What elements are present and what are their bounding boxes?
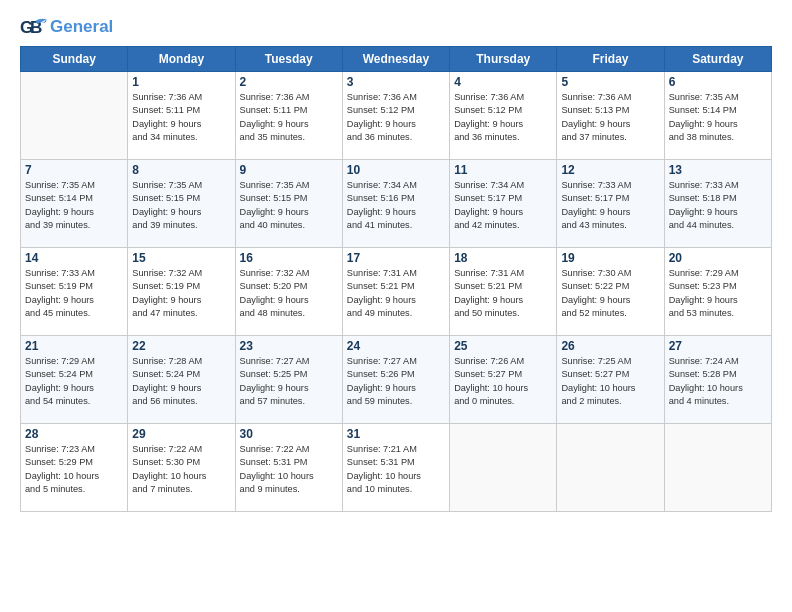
day-number: 22 <box>132 339 230 353</box>
calendar-day-cell: 20Sunrise: 7:29 AM Sunset: 5:23 PM Dayli… <box>664 248 771 336</box>
day-info: Sunrise: 7:31 AM Sunset: 5:21 PM Dayligh… <box>347 267 445 320</box>
day-info: Sunrise: 7:36 AM Sunset: 5:11 PM Dayligh… <box>240 91 338 144</box>
day-info: Sunrise: 7:24 AM Sunset: 5:28 PM Dayligh… <box>669 355 767 408</box>
calendar-week: 14Sunrise: 7:33 AM Sunset: 5:19 PM Dayli… <box>21 248 772 336</box>
weekday-header: Saturday <box>664 47 771 72</box>
day-number: 5 <box>561 75 659 89</box>
weekday-header: Wednesday <box>342 47 449 72</box>
day-number: 12 <box>561 163 659 177</box>
day-number: 24 <box>347 339 445 353</box>
day-info: Sunrise: 7:23 AM Sunset: 5:29 PM Dayligh… <box>25 443 123 496</box>
day-number: 23 <box>240 339 338 353</box>
calendar-day-cell: 21Sunrise: 7:29 AM Sunset: 5:24 PM Dayli… <box>21 336 128 424</box>
day-number: 25 <box>454 339 552 353</box>
day-number: 29 <box>132 427 230 441</box>
calendar-day-cell: 17Sunrise: 7:31 AM Sunset: 5:21 PM Dayli… <box>342 248 449 336</box>
calendar-day-cell: 12Sunrise: 7:33 AM Sunset: 5:17 PM Dayli… <box>557 160 664 248</box>
calendar-day-cell: 30Sunrise: 7:22 AM Sunset: 5:31 PM Dayli… <box>235 424 342 512</box>
day-info: Sunrise: 7:22 AM Sunset: 5:31 PM Dayligh… <box>240 443 338 496</box>
calendar-day-cell: 2Sunrise: 7:36 AM Sunset: 5:11 PM Daylig… <box>235 72 342 160</box>
day-number: 2 <box>240 75 338 89</box>
calendar-day-cell: 22Sunrise: 7:28 AM Sunset: 5:24 PM Dayli… <box>128 336 235 424</box>
calendar-day-cell: 3Sunrise: 7:36 AM Sunset: 5:12 PM Daylig… <box>342 72 449 160</box>
day-info: Sunrise: 7:32 AM Sunset: 5:19 PM Dayligh… <box>132 267 230 320</box>
day-number: 30 <box>240 427 338 441</box>
calendar-body: 1Sunrise: 7:36 AM Sunset: 5:11 PM Daylig… <box>21 72 772 512</box>
logo-icon: G B <box>20 16 48 38</box>
weekday-header: Tuesday <box>235 47 342 72</box>
day-number: 18 <box>454 251 552 265</box>
calendar-day-cell: 4Sunrise: 7:36 AM Sunset: 5:12 PM Daylig… <box>450 72 557 160</box>
day-info: Sunrise: 7:22 AM Sunset: 5:30 PM Dayligh… <box>132 443 230 496</box>
day-number: 16 <box>240 251 338 265</box>
calendar-table: SundayMondayTuesdayWednesdayThursdayFrid… <box>20 46 772 512</box>
day-number: 13 <box>669 163 767 177</box>
weekday-header: Thursday <box>450 47 557 72</box>
calendar-day-cell: 27Sunrise: 7:24 AM Sunset: 5:28 PM Dayli… <box>664 336 771 424</box>
logo-text-line1: General <box>50 18 113 36</box>
calendar-week: 28Sunrise: 7:23 AM Sunset: 5:29 PM Dayli… <box>21 424 772 512</box>
day-info: Sunrise: 7:36 AM Sunset: 5:12 PM Dayligh… <box>454 91 552 144</box>
calendar-day-cell: 13Sunrise: 7:33 AM Sunset: 5:18 PM Dayli… <box>664 160 771 248</box>
day-number: 19 <box>561 251 659 265</box>
day-info: Sunrise: 7:35 AM Sunset: 5:15 PM Dayligh… <box>132 179 230 232</box>
calendar-week: 1Sunrise: 7:36 AM Sunset: 5:11 PM Daylig… <box>21 72 772 160</box>
day-number: 15 <box>132 251 230 265</box>
day-info: Sunrise: 7:33 AM Sunset: 5:19 PM Dayligh… <box>25 267 123 320</box>
day-number: 21 <box>25 339 123 353</box>
weekday-header: Friday <box>557 47 664 72</box>
day-info: Sunrise: 7:33 AM Sunset: 5:17 PM Dayligh… <box>561 179 659 232</box>
day-info: Sunrise: 7:34 AM Sunset: 5:17 PM Dayligh… <box>454 179 552 232</box>
calendar-day-cell: 5Sunrise: 7:36 AM Sunset: 5:13 PM Daylig… <box>557 72 664 160</box>
calendar-day-cell: 28Sunrise: 7:23 AM Sunset: 5:29 PM Dayli… <box>21 424 128 512</box>
day-number: 4 <box>454 75 552 89</box>
calendar-day-cell: 18Sunrise: 7:31 AM Sunset: 5:21 PM Dayli… <box>450 248 557 336</box>
day-info: Sunrise: 7:31 AM Sunset: 5:21 PM Dayligh… <box>454 267 552 320</box>
day-number: 3 <box>347 75 445 89</box>
day-number: 26 <box>561 339 659 353</box>
calendar-week: 7Sunrise: 7:35 AM Sunset: 5:14 PM Daylig… <box>21 160 772 248</box>
day-info: Sunrise: 7:35 AM Sunset: 5:15 PM Dayligh… <box>240 179 338 232</box>
day-info: Sunrise: 7:21 AM Sunset: 5:31 PM Dayligh… <box>347 443 445 496</box>
day-info: Sunrise: 7:35 AM Sunset: 5:14 PM Dayligh… <box>669 91 767 144</box>
calendar-day-cell: 16Sunrise: 7:32 AM Sunset: 5:20 PM Dayli… <box>235 248 342 336</box>
calendar-day-cell: 1Sunrise: 7:36 AM Sunset: 5:11 PM Daylig… <box>128 72 235 160</box>
calendar-day-cell: 31Sunrise: 7:21 AM Sunset: 5:31 PM Dayli… <box>342 424 449 512</box>
calendar-header: SundayMondayTuesdayWednesdayThursdayFrid… <box>21 47 772 72</box>
day-info: Sunrise: 7:33 AM Sunset: 5:18 PM Dayligh… <box>669 179 767 232</box>
day-info: Sunrise: 7:27 AM Sunset: 5:25 PM Dayligh… <box>240 355 338 408</box>
calendar-day-cell: 8Sunrise: 7:35 AM Sunset: 5:15 PM Daylig… <box>128 160 235 248</box>
calendar-day-cell: 6Sunrise: 7:35 AM Sunset: 5:14 PM Daylig… <box>664 72 771 160</box>
calendar-day-cell: 23Sunrise: 7:27 AM Sunset: 5:25 PM Dayli… <box>235 336 342 424</box>
calendar-day-cell: 19Sunrise: 7:30 AM Sunset: 5:22 PM Dayli… <box>557 248 664 336</box>
calendar-day-cell: 24Sunrise: 7:27 AM Sunset: 5:26 PM Dayli… <box>342 336 449 424</box>
day-number: 7 <box>25 163 123 177</box>
day-number: 1 <box>132 75 230 89</box>
calendar-day-cell: 29Sunrise: 7:22 AM Sunset: 5:30 PM Dayli… <box>128 424 235 512</box>
day-info: Sunrise: 7:36 AM Sunset: 5:12 PM Dayligh… <box>347 91 445 144</box>
calendar-day-cell: 15Sunrise: 7:32 AM Sunset: 5:19 PM Dayli… <box>128 248 235 336</box>
day-number: 20 <box>669 251 767 265</box>
day-info: Sunrise: 7:36 AM Sunset: 5:13 PM Dayligh… <box>561 91 659 144</box>
day-info: Sunrise: 7:35 AM Sunset: 5:14 PM Dayligh… <box>25 179 123 232</box>
weekday-header: Sunday <box>21 47 128 72</box>
day-number: 27 <box>669 339 767 353</box>
day-number: 10 <box>347 163 445 177</box>
day-info: Sunrise: 7:27 AM Sunset: 5:26 PM Dayligh… <box>347 355 445 408</box>
day-info: Sunrise: 7:32 AM Sunset: 5:20 PM Dayligh… <box>240 267 338 320</box>
day-number: 6 <box>669 75 767 89</box>
calendar-week: 21Sunrise: 7:29 AM Sunset: 5:24 PM Dayli… <box>21 336 772 424</box>
calendar-day-cell: 14Sunrise: 7:33 AM Sunset: 5:19 PM Dayli… <box>21 248 128 336</box>
calendar-day-cell <box>557 424 664 512</box>
day-info: Sunrise: 7:34 AM Sunset: 5:16 PM Dayligh… <box>347 179 445 232</box>
day-info: Sunrise: 7:29 AM Sunset: 5:23 PM Dayligh… <box>669 267 767 320</box>
day-number: 9 <box>240 163 338 177</box>
calendar-day-cell: 10Sunrise: 7:34 AM Sunset: 5:16 PM Dayli… <box>342 160 449 248</box>
logo: G B General <box>20 16 113 38</box>
calendar-day-cell <box>450 424 557 512</box>
day-number: 14 <box>25 251 123 265</box>
page: G B General SundayMondayTuesdayWednesday… <box>0 0 792 612</box>
day-info: Sunrise: 7:25 AM Sunset: 5:27 PM Dayligh… <box>561 355 659 408</box>
calendar-day-cell: 11Sunrise: 7:34 AM Sunset: 5:17 PM Dayli… <box>450 160 557 248</box>
day-number: 11 <box>454 163 552 177</box>
